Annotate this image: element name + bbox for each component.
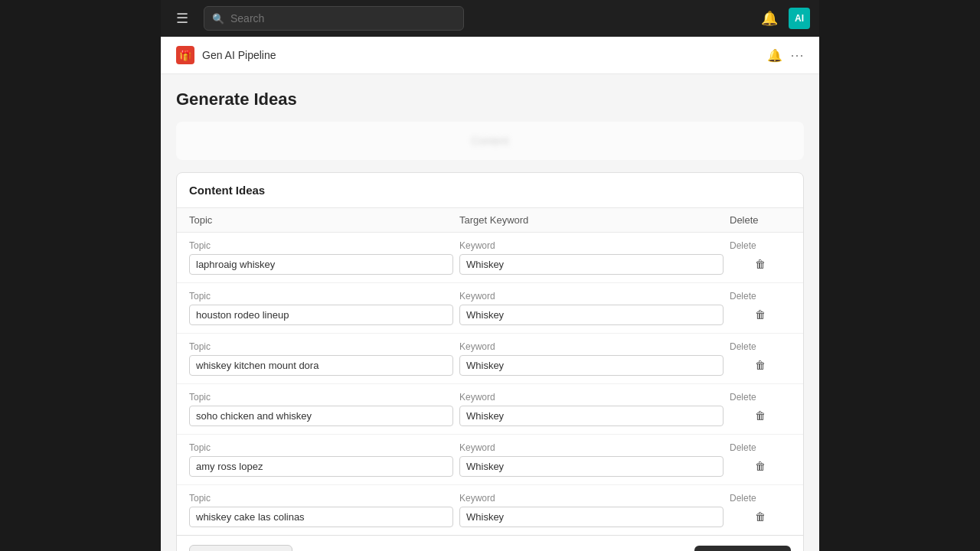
delete-button[interactable] bbox=[752, 305, 769, 324]
topic-input[interactable] bbox=[189, 355, 453, 376]
faded-top-section: Content bbox=[176, 122, 804, 160]
top-navigation: ☰ 🔍 🔔 AI bbox=[161, 0, 819, 37]
table-header: Topic Target Keyword Delete bbox=[177, 208, 803, 233]
notification-bell-button[interactable]: 🔔 bbox=[758, 7, 781, 30]
keyword-cell: Keyword bbox=[459, 240, 724, 275]
hamburger-button[interactable]: ☰ bbox=[170, 7, 194, 30]
delete-cell: Delete bbox=[730, 442, 791, 476]
keyword-label: Keyword bbox=[459, 240, 724, 251]
delete-label: Delete bbox=[730, 493, 756, 504]
add-keywords-button[interactable]: Add Keywords bbox=[694, 546, 791, 551]
keyword-label: Keyword bbox=[459, 442, 724, 453]
keyword-cell: Keyword bbox=[459, 493, 724, 527]
topic-cell: Topic bbox=[189, 493, 453, 527]
page-header-right: 🔔 ⋯ bbox=[767, 47, 804, 64]
main-content: Generate Ideas Content Content Ideas Top… bbox=[161, 74, 819, 551]
content-ideas-header: Content Ideas bbox=[177, 173, 803, 208]
delete-label: Delete bbox=[730, 240, 756, 251]
app-icon: 🎁 bbox=[176, 46, 194, 64]
keyword-input[interactable] bbox=[459, 305, 724, 325]
delete-label: Delete bbox=[730, 392, 756, 403]
table-row: Topic Keyword Delete bbox=[177, 384, 803, 435]
page-more-button[interactable]: ⋯ bbox=[790, 47, 804, 64]
delete-cell: Delete bbox=[730, 493, 791, 527]
keyword-input[interactable] bbox=[459, 406, 724, 426]
avatar: AI bbox=[789, 8, 810, 29]
delete-button[interactable] bbox=[752, 355, 769, 375]
page-title: Generate Ideas bbox=[176, 90, 804, 109]
table-row: Topic Keyword Delete bbox=[177, 283, 803, 334]
page-header: 🎁 Gen AI Pipeline 🔔 ⋯ bbox=[161, 37, 819, 74]
topic-input[interactable] bbox=[189, 406, 453, 426]
delete-label: Delete bbox=[730, 442, 756, 453]
page-bell-button[interactable]: 🔔 bbox=[767, 48, 782, 63]
keyword-input[interactable] bbox=[459, 355, 724, 376]
hamburger-icon: ☰ bbox=[176, 10, 188, 27]
table-body: Topic Keyword Delete Topic Keyword bbox=[177, 233, 803, 535]
delete-label: Delete bbox=[730, 291, 756, 302]
table-row: Topic Keyword Delete bbox=[177, 334, 803, 384]
app-name-label: Gen AI Pipeline bbox=[202, 49, 276, 61]
topic-label: Topic bbox=[189, 442, 453, 453]
topic-input[interactable] bbox=[189, 456, 453, 477]
keyword-cell: Keyword bbox=[459, 291, 724, 325]
trash-icon bbox=[755, 308, 766, 321]
keyword-cell: Keyword bbox=[459, 392, 724, 426]
topic-input[interactable] bbox=[189, 254, 453, 275]
keyword-label: Keyword bbox=[459, 392, 724, 403]
search-input[interactable] bbox=[230, 12, 456, 24]
page-header-left: 🎁 Gen AI Pipeline bbox=[176, 46, 276, 64]
delete-cell: Delete bbox=[730, 240, 791, 274]
trash-icon bbox=[755, 510, 766, 523]
keyword-label: Keyword bbox=[459, 291, 724, 302]
delete-label: Delete bbox=[730, 341, 756, 352]
delete-cell: Delete bbox=[730, 291, 791, 324]
topic-cell: Topic bbox=[189, 392, 453, 426]
search-icon: 🔍 bbox=[212, 13, 224, 24]
delete-button[interactable] bbox=[752, 254, 769, 274]
topic-label: Topic bbox=[189, 240, 453, 251]
keyword-input[interactable] bbox=[459, 507, 724, 527]
delete-button[interactable] bbox=[752, 507, 769, 527]
delete-cell: Delete bbox=[730, 341, 791, 375]
trash-icon bbox=[755, 257, 766, 271]
faded-content: Content bbox=[471, 135, 508, 147]
topic-cell: Topic bbox=[189, 291, 453, 325]
topic-cell: Topic bbox=[189, 240, 453, 275]
topic-input[interactable] bbox=[189, 507, 453, 527]
topic-label: Topic bbox=[189, 392, 453, 403]
trash-icon bbox=[755, 459, 766, 473]
table-row: Topic Keyword Delete bbox=[177, 485, 803, 535]
bell-icon: 🔔 bbox=[761, 11, 778, 26]
keyword-cell: Keyword bbox=[459, 442, 724, 477]
topic-label: Topic bbox=[189, 291, 453, 302]
delete-cell: Delete bbox=[730, 392, 791, 425]
topic-label: Topic bbox=[189, 341, 453, 352]
topic-cell: Topic bbox=[189, 341, 453, 376]
search-bar: 🔍 bbox=[204, 6, 464, 31]
table-row: Topic Keyword Delete bbox=[177, 233, 803, 283]
keyword-input[interactable] bbox=[459, 254, 724, 275]
column-header-topic: Topic bbox=[189, 214, 459, 226]
keyword-label: Keyword bbox=[459, 341, 724, 352]
content-ideas-card: Content Ideas Topic Target Keyword Delet… bbox=[176, 172, 804, 551]
keyword-label: Keyword bbox=[459, 493, 724, 504]
table-row: Topic Keyword Delete bbox=[177, 435, 803, 485]
generate-ideas-button[interactable]: Generate Ideas bbox=[189, 545, 292, 551]
topic-label: Topic bbox=[189, 493, 453, 504]
more-icon: ⋯ bbox=[790, 47, 804, 63]
topic-input[interactable] bbox=[189, 305, 453, 325]
keyword-input[interactable] bbox=[459, 456, 724, 477]
keyword-cell: Keyword bbox=[459, 341, 724, 376]
trash-icon bbox=[755, 409, 766, 422]
footer-bar: Generate Ideas Add Keywords bbox=[177, 535, 803, 551]
delete-button[interactable] bbox=[752, 406, 769, 425]
column-header-keyword: Target Keyword bbox=[459, 214, 730, 226]
topic-cell: Topic bbox=[189, 442, 453, 477]
page-bell-icon: 🔔 bbox=[767, 49, 782, 62]
trash-icon bbox=[755, 358, 766, 372]
delete-button[interactable] bbox=[752, 456, 769, 476]
nav-right: 🔔 AI bbox=[758, 7, 810, 30]
column-header-delete: Delete bbox=[730, 214, 791, 226]
